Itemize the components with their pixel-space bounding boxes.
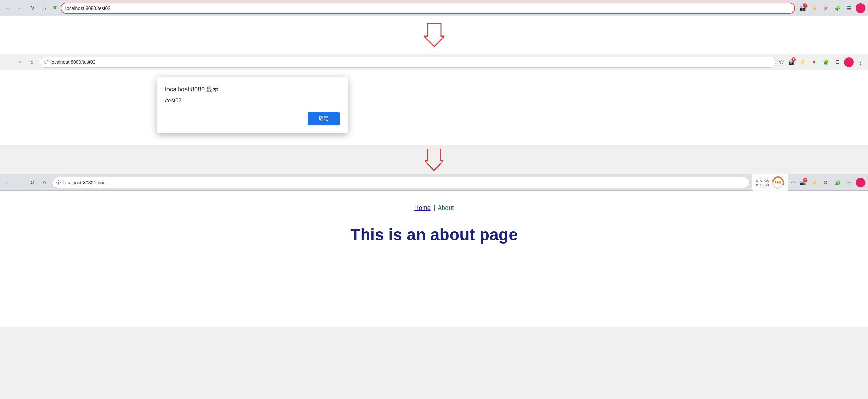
back-button[interactable]: ← [3, 3, 12, 13]
address-bar-input-2[interactable] [50, 59, 771, 65]
ext-btn-avatar3[interactable] [856, 178, 865, 187]
browser-1-chrome: ← → ↻ ⌂ ▼ 📷 2 ⚡ ✕ 🧩 ☰ [0, 0, 868, 16]
ext-btn-x2[interactable]: ✕ [809, 57, 819, 67]
ext-btn-list3[interactable]: ☰ [844, 178, 854, 187]
address-bar-container-2: ⓘ [40, 57, 776, 68]
browser-2-chrome: ← ✕ ⌂ ⓘ ☆ 📷 2 ⚡ ✕ 🧩 ☰ ⋮ [0, 54, 868, 70]
down-arrow-icon-2 [425, 149, 443, 171]
progress-donut: 56% [770, 175, 785, 190]
extension-btn-list[interactable]: ☰ [844, 3, 854, 13]
svg-marker-1 [425, 149, 443, 170]
ext-btn-lightning[interactable]: ⚡ [798, 57, 807, 67]
speed-up-unit: K/s [764, 178, 769, 182]
dialog-footer: 确定 [165, 112, 340, 125]
browser-2-section: ← ✕ ⌂ ⓘ ☆ 📷 2 ⚡ ✕ 🧩 ☰ ⋮ localhost:8080 显… [0, 54, 868, 174]
browser-3-chrome: ← → ↻ ⌂ ⓘ ▲ 0 K/s ▼ 0 K/s [0, 174, 868, 191]
extension-btn-x[interactable]: ✕ [821, 3, 830, 13]
arrow-1-section [0, 16, 868, 54]
speed-down-unit: K/s [764, 183, 769, 187]
reload-button-3[interactable]: ↻ [27, 178, 37, 187]
browser-1-section: ← → ↻ ⌂ ▼ 📷 2 ⚡ ✕ 🧩 ☰ [0, 0, 868, 54]
forward-button-3[interactable]: → [15, 178, 25, 187]
speed-down-row: ▼ 0 K/s [755, 183, 769, 187]
browser-3-section: ← → ↻ ⌂ ⓘ ▲ 0 K/s ▼ 0 K/s [0, 174, 868, 327]
back-button-3[interactable]: ← [3, 178, 12, 187]
ext-btn-list2[interactable]: ☰ [833, 57, 842, 67]
extensions-area-2: ☆ 📷 2 ⚡ ✕ 🧩 ☰ ⋮ [779, 57, 865, 67]
extension-btn-puzzle[interactable]: 🧩 [833, 3, 842, 13]
lock-icon: ⓘ [44, 59, 48, 65]
lock-icon-3: ⓘ [56, 180, 61, 186]
ext-btn-x3[interactable]: ✕ [821, 178, 830, 187]
address-bar-container [61, 3, 795, 14]
ext-btn-puzzle2[interactable]: 🧩 [821, 57, 830, 67]
dialog-ok-button[interactable]: 确定 [308, 112, 340, 125]
extension-btn-1[interactable]: 📷 2 [798, 3, 807, 13]
speed-widget: ▲ 0 K/s ▼ 0 K/s 56% [752, 174, 788, 191]
reload-button[interactable]: ↻ [27, 3, 37, 13]
about-nav-link[interactable]: About [438, 204, 454, 212]
alert-dialog: localhost:8080 显示 /test02 确定 [157, 77, 348, 133]
menu-button[interactable]: ⋮ [856, 57, 865, 67]
forward-button[interactable]: → [15, 3, 25, 13]
progress-label: 56% [775, 181, 781, 184]
speed-up-value: 0 [760, 178, 762, 182]
bookmark-button[interactable]: ☆ [779, 58, 784, 66]
speed-down-value: 0 [760, 183, 762, 187]
bookmark-button-3[interactable]: ☆ [790, 179, 796, 186]
vuetorrent-icon: ▼ [52, 4, 58, 12]
home-button-3[interactable]: ⌂ [40, 178, 49, 187]
ext-btn-avatar2[interactable] [844, 57, 854, 67]
browser-3-viewport: Home | About This is an about page [0, 191, 868, 327]
dialog-title: localhost:8080 显示 [165, 85, 340, 94]
home-nav-link[interactable]: Home [414, 204, 431, 212]
extensions-area: 📷 2 ⚡ ✕ 🧩 ☰ [798, 3, 865, 13]
page-nav: Home | About [14, 204, 854, 212]
speed-rows: ▲ 0 K/s ▼ 0 K/s [755, 178, 769, 187]
down-arrow-icon-speed: ▼ [755, 183, 759, 187]
extension-btn-avatar[interactable] [856, 3, 865, 13]
extension-badge: 2 [803, 3, 807, 8]
ext-badge-3: 2 [803, 178, 807, 182]
ext-badge-2: 2 [791, 57, 796, 62]
back-button-2[interactable]: ← [3, 57, 12, 67]
arrow-2-section [0, 145, 868, 174]
home-button-2[interactable]: ⌂ [27, 57, 37, 67]
address-bar-input[interactable] [65, 5, 790, 11]
ext-btn-lightning3[interactable]: ⚡ [809, 178, 819, 187]
svg-marker-0 [424, 23, 444, 46]
address-bar-container-3: ⓘ [52, 177, 750, 188]
browser-2-viewport: localhost:8080 显示 /test02 确定 [0, 70, 868, 145]
down-arrow-icon-1 [424, 23, 444, 47]
page-heading: This is an about page [14, 225, 854, 244]
extensions-area-3: ▲ 0 K/s ▼ 0 K/s 56% [752, 174, 865, 191]
up-arrow-icon: ▲ [755, 178, 759, 182]
close-tab-button[interactable]: ✕ [15, 57, 25, 67]
ext-btn-cam[interactable]: 📷 2 [786, 57, 796, 67]
ext-btn-cam3[interactable]: 📷 2 [798, 178, 807, 187]
home-button[interactable]: ⌂ [40, 3, 49, 13]
dialog-message: /test02 [165, 98, 340, 104]
nav-separator: | [433, 204, 435, 212]
modal-overlay [0, 70, 868, 145]
extension-btn-2[interactable]: ⚡ [809, 3, 819, 13]
address-bar-input-3[interactable] [63, 180, 745, 185]
ext-btn-puzzle3[interactable]: 🧩 [833, 178, 842, 187]
speed-up-row: ▲ 0 K/s [755, 178, 769, 182]
